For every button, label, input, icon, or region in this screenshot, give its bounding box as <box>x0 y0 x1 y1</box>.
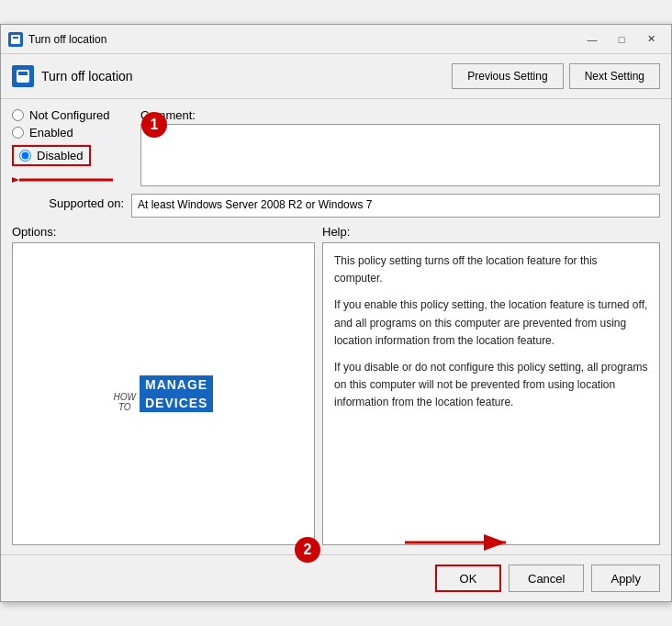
not-configured-label: Not Configured <box>29 108 109 122</box>
dialog-title: Turn off location <box>41 69 133 84</box>
previous-setting-button[interactable]: Previous Setting <box>452 63 563 89</box>
disabled-radio[interactable]: Disabled <box>12 145 131 166</box>
logo-how: HOW <box>114 392 136 402</box>
title-bar-left: Turn off location <box>8 32 106 47</box>
dialog-header: Turn off location Previous Setting Next … <box>1 54 671 99</box>
disabled-highlight: Disabled <box>12 145 91 166</box>
options-section: Options: HOW TO MANAGE DEVICES <box>12 225 315 545</box>
minimize-button[interactable]: — <box>579 30 605 49</box>
comment-textarea[interactable] <box>140 124 660 186</box>
supported-value: At least Windows Server 2008 R2 or Windo… <box>131 194 660 218</box>
ok-button[interactable]: OK <box>435 565 501 592</box>
window-icon <box>8 32 23 47</box>
cancel-button[interactable]: Cancel <box>509 565 584 592</box>
nav-buttons: Previous Setting Next Setting <box>452 63 660 89</box>
enabled-radio[interactable]: Enabled <box>12 126 131 140</box>
logo-manage: MANAGE <box>140 375 213 394</box>
disabled-label: Disabled <box>37 149 84 162</box>
close-button[interactable]: ✕ <box>638 30 664 49</box>
help-para3: If you disable or do not configure this … <box>334 359 648 412</box>
help-label: Help: <box>322 225 660 239</box>
dialog-icon <box>12 65 34 87</box>
options-label: Options: <box>12 225 315 239</box>
annotation-circle-1: 1 <box>141 112 167 138</box>
logo-to: TO <box>118 402 131 412</box>
arrow-indicator-2 <box>396 530 515 555</box>
comment-label: Comment: <box>140 108 660 122</box>
help-para2: If you enable this policy setting, the l… <box>334 296 648 350</box>
logo-area: HOW TO MANAGE DEVICES <box>114 375 214 412</box>
svg-rect-0 <box>11 35 20 44</box>
options-box: HOW TO MANAGE DEVICES <box>12 242 315 545</box>
main-window: Turn off location — □ ✕ Turn off locatio… <box>0 24 672 602</box>
supported-label: Supported on: <box>12 194 131 210</box>
title-bar-text: Turn off location <box>28 33 106 46</box>
maximize-button[interactable]: □ <box>609 30 634 49</box>
svg-rect-3 <box>18 72 28 75</box>
supported-row: Supported on: At least Windows Server 20… <box>12 194 660 218</box>
help-para1: This policy setting turns off the locati… <box>334 252 648 287</box>
svg-rect-1 <box>13 37 18 39</box>
help-box: This policy setting turns off the locati… <box>322 242 660 545</box>
annotation-circle-2: 2 <box>295 537 320 563</box>
logo-devices: DEVICES <box>140 394 213 412</box>
title-bar: Turn off location — □ ✕ <box>1 25 671 54</box>
comment-section: Comment: <box>140 108 660 186</box>
dialog-header-left: Turn off location <box>12 65 133 87</box>
apply-button[interactable]: Apply <box>591 565 660 592</box>
not-configured-radio[interactable]: Not Configured <box>12 108 131 122</box>
enabled-label: Enabled <box>29 126 73 140</box>
footer: OK Cancel Apply <box>1 554 671 601</box>
options-help-row: Options: HOW TO MANAGE DEVICES <box>12 225 660 545</box>
help-section: Help: This policy setting turns off the … <box>322 225 660 545</box>
arrow-indicator-1 <box>12 167 122 193</box>
next-setting-button[interactable]: Next Setting <box>569 63 660 89</box>
title-bar-controls: — □ ✕ <box>579 30 664 49</box>
